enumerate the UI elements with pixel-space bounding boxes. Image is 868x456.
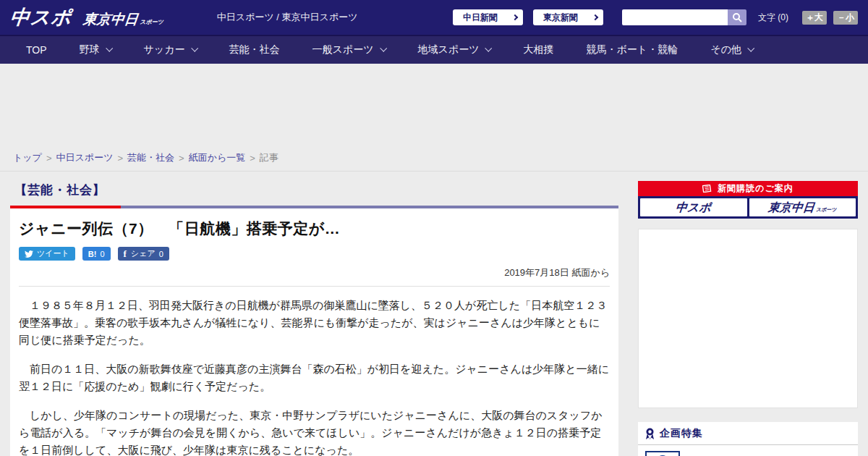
fontsize-larger-button[interactable]: ＋大 xyxy=(802,11,827,25)
tweet-button[interactable]: ツイート xyxy=(19,247,75,261)
nav-item-entertainment[interactable]: 芸能・社会 xyxy=(229,43,280,56)
hatena-b-icon: B! xyxy=(88,250,97,258)
ad-placeholder xyxy=(0,65,868,145)
chevron-down-icon xyxy=(191,44,198,51)
site-logo[interactable]: 中スポ 東京中日 スポーツ xyxy=(10,4,163,30)
nav-item-regional-sports[interactable]: 地域スポーツ xyxy=(418,43,491,56)
chuspo-logo: 中スポ xyxy=(675,200,712,216)
fontsize-label: 文字 (0) xyxy=(758,12,788,24)
chunichi-shimbun-label: 中日新聞 xyxy=(463,12,498,24)
tokyo-chunichi-logo-small: スポーツ xyxy=(816,206,837,214)
article-body: １９８５年８月１２日、羽田発大阪行きの日航機が群馬県の御巣鷹山に墜落し、５２０人… xyxy=(19,297,610,456)
chevron-down-icon xyxy=(380,44,387,51)
subscription-chuspo-button[interactable]: 中スポ xyxy=(640,198,747,216)
article-paragraph: しかし、少年隊のコンサートの現場だった、東京・中野サンプラザにいたジャニーさんに… xyxy=(19,407,610,456)
featured-section-header: 企画特集 xyxy=(638,422,858,445)
article-paragraph: １９８５年８月１２日、羽田発大阪行きの日航機が群馬県の御巣鷹山に墜落し、５２０人… xyxy=(19,297,610,349)
chevron-right-icon xyxy=(512,14,518,20)
chevron-down-icon xyxy=(747,44,754,51)
ribbon-medal-icon xyxy=(645,428,655,440)
article-date: 2019年7月18日 紙面から xyxy=(19,266,610,287)
sidebar: 新聞購読のご案内 中スポ 東京中日 スポーツ 企画特集 中日新聞ドラゴンズショッ… xyxy=(638,181,858,456)
subscription-banner[interactable]: 新聞購読のご案内 xyxy=(638,181,858,196)
hatena-count: 0 xyxy=(100,250,104,258)
site-header: 中スポ 東京中日 スポーツ 中日スポーツ / 東京中日スポーツ 中日新聞 東京新… xyxy=(0,0,868,35)
nav-item-sumo[interactable]: 大相撲 xyxy=(523,43,553,56)
nav-item-baseball[interactable]: 野球 xyxy=(80,43,111,56)
facebook-f-icon: f xyxy=(124,248,127,260)
breadcrumb-link-chunichi-sports[interactable]: 中日スポーツ xyxy=(56,151,114,164)
search-box xyxy=(622,9,746,25)
tokyo-shimbun-button[interactable]: 東京新聞 xyxy=(533,9,603,25)
tokyo-chunichi-logo: 東京中日 xyxy=(767,200,815,216)
nav-item-top[interactable]: TOP xyxy=(26,44,47,56)
subscription-tokyo-chunichi-button[interactable]: 東京中日 スポーツ xyxy=(749,198,856,216)
article-paragraph: 前日の１１日、大阪の新歌舞伎座で近藤真彦の主演舞台「森の石松」が初日を迎えた。ジ… xyxy=(19,360,610,395)
logo-chuspo: 中スポ xyxy=(9,4,73,30)
breadcrumb: トップ > 中日スポーツ > 芸能・社会 > 紙面から一覧 > 記事 xyxy=(0,145,868,172)
article-card: ジャニー列伝（7） 「日航機」搭乗予定が… ツイート B! 0 f シェア 0 … xyxy=(10,208,618,456)
featured-section: 企画特集 中日新聞ドラゴンズショップ xyxy=(638,422,858,456)
article-title: ジャニー列伝（7） 「日航機」搭乗予定が… xyxy=(19,219,610,239)
nav-item-racing[interactable]: 競馬・ボート・競輪 xyxy=(586,43,678,56)
fontsize-smaller-button[interactable]: －小 xyxy=(833,11,858,25)
twitter-bird-icon xyxy=(25,250,33,258)
facebook-share-count: 0 xyxy=(159,250,163,258)
search-button[interactable] xyxy=(728,9,746,25)
subscription-paper-buttons: 中スポ 東京中日 スポーツ xyxy=(638,196,858,219)
sidebar-ad-placeholder xyxy=(638,229,858,408)
logo-tokyo-chunichi: 東京中日 xyxy=(82,10,140,29)
header-controls: 中日新聞 東京新聞 文字 (0) ＋大 －小 xyxy=(453,9,858,25)
breadcrumb-separator: > xyxy=(117,153,123,164)
share-buttons: ツイート B! 0 f シェア 0 xyxy=(19,247,610,261)
tokyo-shimbun-label: 東京新聞 xyxy=(543,12,578,24)
tweet-button-label: ツイート xyxy=(37,248,69,259)
nav-item-general-sports[interactable]: 一般スポーツ xyxy=(312,43,386,56)
featured-section-title: 企画特集 xyxy=(660,427,703,440)
nav-item-soccer[interactable]: サッカー xyxy=(144,43,197,56)
breadcrumb-separator: > xyxy=(46,153,52,164)
newspaper-icon xyxy=(702,185,713,193)
chevron-down-icon xyxy=(106,44,113,51)
fontsize-controls: 文字 (0) ＋大 －小 xyxy=(758,11,858,25)
section-label: 【芸能・社会】 xyxy=(14,182,106,198)
breadcrumb-separator: > xyxy=(250,153,255,164)
search-input[interactable] xyxy=(622,9,728,25)
hatena-bookmark-button[interactable]: B! 0 xyxy=(82,247,111,261)
facebook-share-button[interactable]: f シェア 0 xyxy=(118,247,169,261)
subscription-banner-label: 新聞購読のご案内 xyxy=(718,182,793,195)
facebook-share-label: シェア xyxy=(131,248,156,259)
breadcrumb-link-paper-list[interactable]: 紙面から一覧 xyxy=(189,151,246,164)
chevron-down-icon xyxy=(485,44,493,51)
dragons-shop-thumbnail xyxy=(645,451,680,456)
site-title-text: 中日スポーツ / 東京中日スポーツ xyxy=(217,11,358,24)
chevron-right-icon xyxy=(592,14,598,20)
main-nav: TOP 野球 サッカー 芸能・社会 一般スポーツ 地域スポーツ 大相撲 競馬・ボ… xyxy=(0,35,868,64)
breadcrumb-link-top[interactable]: トップ xyxy=(13,151,42,164)
search-icon xyxy=(732,12,742,22)
breadcrumb-separator: > xyxy=(179,153,184,164)
breadcrumb-link-entertainment[interactable]: 芸能・社会 xyxy=(127,151,174,164)
chunichi-shimbun-button[interactable]: 中日新聞 xyxy=(453,9,523,25)
logo-sports-small: スポーツ xyxy=(140,18,163,26)
nav-item-other[interactable]: その他 xyxy=(710,43,753,56)
breadcrumb-current-article: 記事 xyxy=(260,151,278,164)
featured-item-dragons-shop[interactable]: 中日新聞ドラゴンズショップ xyxy=(638,445,858,456)
